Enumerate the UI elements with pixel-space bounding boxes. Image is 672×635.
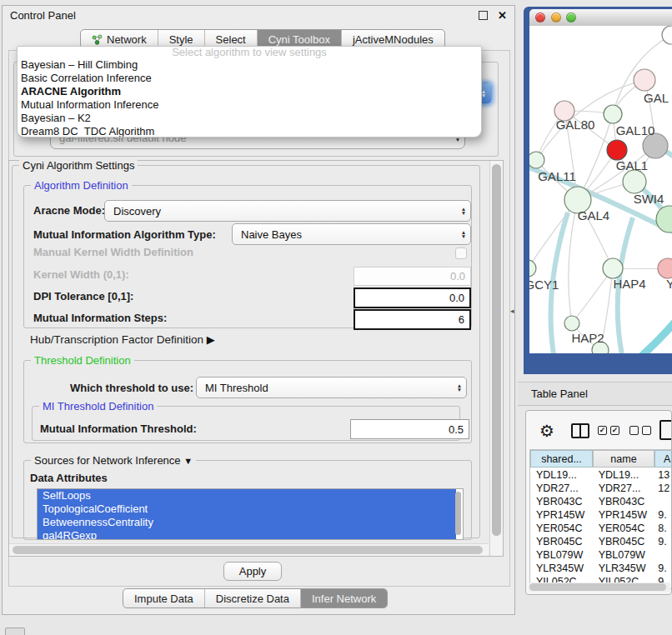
table-cell: 9. <box>654 508 672 522</box>
table-row[interactable]: YBR043CYBR043C <box>530 495 672 508</box>
gear-icon[interactable]: ⚙ <box>539 419 554 442</box>
settings-vscrollbar[interactable] <box>489 161 503 556</box>
hub-factor-expander-label: Hub/Transcription Factor Definition <box>30 333 203 346</box>
network-node-hap2[interactable] <box>564 316 579 331</box>
hub-factor-expander[interactable]: Hub/Transcription Factor Definition ▶ <box>30 333 215 347</box>
which-threshold-combo[interactable]: MI Threshold ▲▼ <box>196 377 467 398</box>
algorithm-popup-item[interactable]: Bayesian – Hill Climbing <box>18 58 481 72</box>
node-label: HAP4 <box>613 277 645 291</box>
attribute-list-item[interactable]: BetweennessCentrality <box>38 516 456 529</box>
threshold-definition-title: Threshold Definition <box>31 354 134 367</box>
network-icon <box>92 34 103 45</box>
kernel-width-label: Kernel Width (0,1): <box>33 268 129 282</box>
column-header[interactable]: name <box>593 450 654 468</box>
checked-checkbox-icon[interactable]: ✓ <box>610 426 619 435</box>
algorithm-popup-item[interactable]: Mutual Information Inference <box>18 98 481 112</box>
attributes-vscrollbar-thumb[interactable] <box>455 492 461 535</box>
close-traffic-light-icon[interactable] <box>535 12 545 22</box>
zoom-traffic-light-icon[interactable] <box>566 12 576 22</box>
vscrollbar-thumb[interactable] <box>492 164 501 536</box>
network-node-partial-top[interactable] <box>662 26 672 44</box>
mi-algorithm-type-combo[interactable]: Naive Bayes ▲▼ <box>232 223 471 245</box>
algorithm-popup-item[interactable]: Basic Correlation Inference <box>18 72 481 85</box>
columns-icon[interactable] <box>571 423 589 438</box>
network-window-titlebar[interactable] <box>529 9 672 27</box>
apply-button[interactable]: Apply <box>223 562 282 581</box>
kernel-width-field[interactable]: 0.0 <box>354 267 471 286</box>
table-row[interactable]: YLR345WYLR345W9. <box>530 562 672 575</box>
network-edge <box>569 200 578 323</box>
mi-algorithm-type-label: Mutual Information Algorithm Type: <box>33 228 216 242</box>
node-label: SWI4 <box>634 192 664 206</box>
network-node-pink-right[interactable] <box>658 258 672 278</box>
hscrollbar-thumb[interactable] <box>13 546 483 554</box>
node-label: HAP2 <box>571 331 604 345</box>
table-cell: YBR045C <box>530 535 593 548</box>
combo-spinner-icon: ▲▼ <box>453 383 466 392</box>
table-cell: YDR27... <box>530 482 593 495</box>
tab-infer-network-label: Infer Network <box>312 592 376 605</box>
network-node-red-node[interactable] <box>607 140 627 160</box>
attribute-list-item[interactable]: TopologicalCoefficient <box>38 502 456 516</box>
tab-impute-data[interactable]: Impute Data <box>123 589 205 608</box>
table-row[interactable]: YBL079WYBL079W <box>530 548 672 562</box>
table-panel-titlebar: Table Panel <box>518 382 672 406</box>
network-node-gal10[interactable] <box>604 105 622 123</box>
table-row[interactable]: YBR045CYBR045C9. <box>530 535 672 548</box>
panel-divider-collapse-icon[interactable]: ◂ <box>510 307 514 315</box>
network-canvas[interactable]: GALGAL80GAL10GAL1GAL11GAL4SWI4GCY1HAP4YH… <box>529 26 672 353</box>
node-table[interactable]: shared...nameA YDL19...YDL19...13YDR27..… <box>529 449 672 589</box>
document-icon[interactable] <box>659 420 672 440</box>
collapsed-panel-fragment[interactable] <box>5 628 25 635</box>
mi-steps-field[interactable]: 6 <box>354 309 471 330</box>
node-label: GAL4 <box>578 208 609 222</box>
table-cell: YDL19... <box>593 468 654 482</box>
manual-kernel-width-checkbox[interactable] <box>455 248 467 259</box>
algorithm-popup-item[interactable]: Bayesian – K2 <box>18 112 481 125</box>
tab-discretize-data[interactable]: Discretize Data <box>205 589 301 608</box>
algorithm-popup-item[interactable]: ARACNE Algorithm <box>18 85 481 98</box>
table-cell <box>654 495 672 508</box>
dpi-tolerance-field[interactable]: 0.0 <box>354 288 471 308</box>
data-attributes-list[interactable]: SelfLoopsTopologicalCoefficientBetweenne… <box>37 488 464 540</box>
network-node-swi4[interactable] <box>656 206 672 232</box>
tab-network-label: Network <box>107 33 147 46</box>
table-hscrollbar[interactable] <box>529 582 670 592</box>
mi-threshold-field[interactable]: 0.5 <box>350 419 469 439</box>
table-cell: YDL19... <box>530 468 593 482</box>
unchecked-checkbox-icon[interactable] <box>629 426 639 435</box>
network-node-gal11[interactable] <box>529 152 544 168</box>
attribute-list-item[interactable]: SelfLoops <box>38 489 456 502</box>
network-node-hap4[interactable] <box>603 258 623 278</box>
settings-hscrollbar[interactable] <box>9 543 489 556</box>
table-row[interactable]: YPR145WYPR145W9. <box>530 508 672 522</box>
algorithm-popup-item[interactable]: Dream8 DC_TDC Algorithm <box>18 125 481 138</box>
table-row[interactable]: YDR27...YDR27...12 <box>530 482 672 495</box>
attribute-list-item[interactable]: gal4RGexp <box>38 529 456 540</box>
control-panel-titlebar: Control Panel ✕ <box>2 5 515 25</box>
aracne-mode-combo[interactable]: Discovery ▲▼ <box>104 200 471 222</box>
network-node-gal-pink[interactable] <box>634 69 655 91</box>
close-icon[interactable]: ✕ <box>498 9 507 22</box>
node-label: Y <box>666 277 672 291</box>
network-node-gal1[interactable] <box>623 170 646 193</box>
table-cell: YBL079W <box>593 548 654 562</box>
network-node-gcy1[interactable] <box>529 260 536 277</box>
checked-checkbox-icon[interactable]: ✓ <box>598 426 607 435</box>
aracne-mode-value: Discovery <box>105 205 457 218</box>
table-cell: YPR145W <box>530 508 593 522</box>
table-panel: ⚙ ✓ ✓ shared...nameA YDL19...YDL19...13Y… <box>525 410 672 595</box>
column-header[interactable]: shared... <box>530 450 593 468</box>
table-row[interactable]: YDL19...YDL19...13 <box>530 468 672 482</box>
tab-infer-network[interactable]: Infer Network <box>301 589 387 608</box>
column-header[interactable]: A <box>654 450 672 468</box>
table-cell: 9. <box>654 562 672 575</box>
unchecked-checkbox-icon[interactable] <box>642 426 651 435</box>
sources-group-title[interactable]: Sources for Network Inference ▼ <box>31 454 196 467</box>
table-row[interactable]: YER054CYER054C8. <box>530 522 672 535</box>
apply-button-label: Apply <box>239 565 267 578</box>
table-hscrollbar-thumb[interactable] <box>529 583 666 591</box>
data-attributes-items: SelfLoopsTopologicalCoefficientBetweenne… <box>38 489 463 540</box>
float-window-icon[interactable] <box>479 11 488 20</box>
minimize-traffic-light-icon[interactable] <box>551 12 561 22</box>
